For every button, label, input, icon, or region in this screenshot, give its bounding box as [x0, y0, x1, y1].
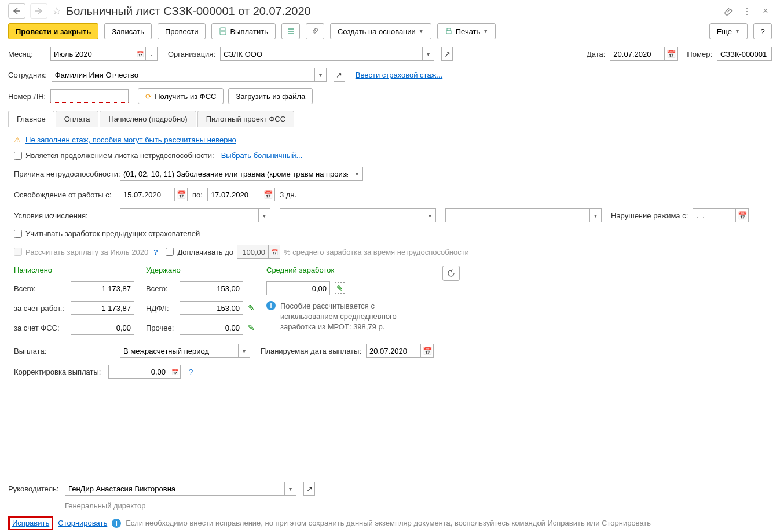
calendar-icon[interactable]: 📅 [175, 188, 188, 201]
post-button[interactable]: Провести [158, 23, 206, 39]
condition2-combo[interactable]: ▾ [280, 208, 436, 222]
reason-input[interactable] [120, 167, 351, 181]
favorite-star-icon[interactable]: ☆ [52, 5, 61, 17]
edit-pencil-icon[interactable]: ✎ [335, 282, 345, 294]
print-button[interactable]: Печать ▼ [437, 23, 496, 39]
ndfl-label: НДФЛ: [146, 304, 175, 313]
link-icon[interactable] [722, 5, 735, 17]
held-ndfl-input[interactable] [180, 301, 243, 315]
chevron-down-icon[interactable]: ▾ [285, 482, 296, 496]
attachment-button[interactable] [306, 23, 324, 39]
org-combo[interactable]: ▾ [220, 47, 434, 61]
tab-accrued[interactable]: Начислено (подробно) [100, 111, 196, 127]
correction-combo[interactable]: 📅 [108, 365, 181, 379]
held-other-input[interactable] [180, 321, 243, 335]
nav-forward-button[interactable] [30, 3, 47, 19]
accrued-total-input[interactable] [71, 281, 134, 295]
manager-combo[interactable]: ▾ [65, 482, 296, 496]
prev-employers-checkbox[interactable] [14, 230, 22, 238]
insurance-link[interactable]: Ввести страховой стаж... [356, 71, 442, 79]
employee-input[interactable] [52, 68, 315, 82]
calendar-icon[interactable]: 📅 [736, 208, 749, 222]
calendar-icon[interactable]: 📅 [134, 47, 146, 61]
calc-salary-label: Рассчитать зарплату за Июль 2020 [25, 248, 148, 256]
refresh-button[interactable] [442, 266, 460, 281]
date-combo[interactable]: 📅 [610, 47, 678, 61]
condition1-combo[interactable]: ▾ [120, 208, 270, 222]
chevron-down-icon[interactable]: ▾ [590, 208, 602, 222]
calendar-icon[interactable]: 📅 [665, 47, 678, 61]
warning-link[interactable]: Не заполнен стаж, пособия могут быть рас… [25, 135, 236, 144]
employee-open-button[interactable]: ↗ [334, 68, 345, 82]
svg-rect-1 [446, 31, 451, 34]
payment-input[interactable] [120, 344, 239, 358]
create-based-button[interactable]: Создать на основании ▼ [330, 23, 431, 39]
condition1-input[interactable] [120, 208, 259, 222]
tab-payment[interactable]: Оплата [56, 111, 99, 127]
tab-bar: Главное Оплата Начислено (подробно) Пило… [8, 110, 772, 127]
payment-combo[interactable]: ▾ [120, 344, 250, 358]
fix-link[interactable]: Исправить [12, 519, 49, 527]
tab-main[interactable]: Главное [8, 111, 54, 127]
number-input[interactable] [717, 47, 772, 61]
chevron-down-icon[interactable]: ▾ [315, 68, 327, 82]
month-combo[interactable]: 📅 ÷ [50, 47, 158, 61]
storno-link[interactable]: Сторнировать [58, 519, 107, 527]
edit-pencil-icon[interactable]: ✎ [248, 323, 255, 332]
release-to-input[interactable] [207, 188, 262, 201]
condition2-input[interactable] [280, 208, 424, 222]
stepper-icon[interactable]: ÷ [146, 47, 158, 61]
chevron-down-icon[interactable]: ▾ [424, 208, 436, 222]
close-icon[interactable]: × [759, 5, 772, 17]
load-file-button[interactable]: Загрузить из файла [228, 88, 313, 104]
help-icon[interactable]: ? [189, 368, 193, 376]
pay-button[interactable]: Выплатить [211, 23, 276, 39]
continuation-checkbox[interactable] [14, 152, 22, 160]
accrued-employer-input[interactable] [71, 301, 134, 315]
date-input[interactable] [610, 47, 665, 61]
help-icon[interactable]: ? [153, 248, 158, 256]
edit-pencil-icon[interactable]: ✎ [248, 303, 255, 313]
chevron-down-icon[interactable]: ▾ [351, 167, 363, 181]
accrued-fss-input[interactable] [71, 321, 134, 335]
chevron-down-icon[interactable]: ▾ [259, 208, 270, 222]
topup-checkbox[interactable] [166, 248, 174, 256]
get-fss-button[interactable]: ⟳ Получить из ФСС [138, 88, 224, 104]
org-input[interactable] [220, 47, 423, 61]
manager-input[interactable] [65, 482, 285, 496]
planned-date-input[interactable] [366, 344, 421, 358]
calendar-icon[interactable]: 📅 [262, 188, 275, 201]
nav-back-button[interactable] [8, 3, 25, 19]
more-menu-icon[interactable]: ⋮ [741, 5, 753, 17]
avg-input[interactable] [266, 281, 330, 295]
violation-combo[interactable]: 📅 [693, 208, 749, 222]
condition3-combo[interactable]: ▾ [445, 208, 602, 222]
release-from-combo[interactable]: 📅 [120, 188, 188, 201]
release-from-input[interactable] [120, 188, 175, 201]
planned-date-combo[interactable]: 📅 [366, 344, 434, 358]
calendar-icon[interactable]: 📅 [421, 344, 434, 358]
tab-pilot[interactable]: Пилотный проект ФСС [197, 111, 294, 127]
correction-input[interactable] [108, 365, 169, 379]
calendar-icon[interactable]: 📅 [169, 365, 181, 379]
employee-combo[interactable]: ▾ [52, 68, 327, 82]
date-label: Дата: [587, 50, 605, 58]
more-button[interactable]: Еще ▼ [709, 23, 748, 39]
chevron-down-icon[interactable]: ▾ [423, 47, 434, 61]
select-sick-link[interactable]: Выбрать больничный... [221, 151, 303, 160]
condition3-input[interactable] [445, 208, 590, 222]
manager-open-button[interactable]: ↗ [303, 482, 315, 496]
chevron-down-icon[interactable]: ▾ [239, 344, 250, 358]
violation-input[interactable] [693, 208, 736, 222]
release-to-combo[interactable]: 📅 [207, 188, 275, 201]
held-total-input[interactable] [180, 281, 243, 295]
month-input[interactable] [50, 47, 134, 61]
save-button[interactable]: Записать [104, 23, 152, 39]
org-open-button[interactable]: ↗ [441, 47, 453, 61]
list-button[interactable] [281, 23, 300, 39]
help-button[interactable]: ? [753, 23, 772, 39]
reason-combo[interactable]: ▾ [120, 167, 363, 181]
post-and-close-button[interactable]: Провести и закрыть [8, 23, 98, 39]
ln-input[interactable] [50, 89, 129, 103]
manager-position-link[interactable]: Генеральный директор [65, 501, 145, 510]
